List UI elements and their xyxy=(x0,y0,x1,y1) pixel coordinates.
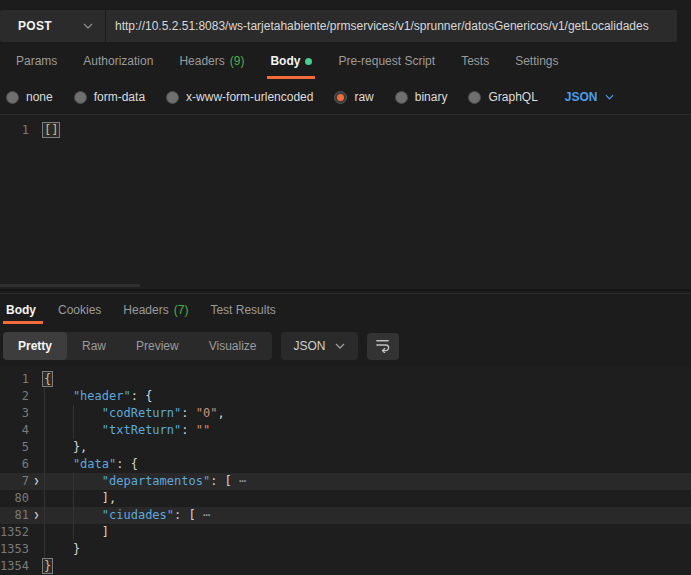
line-number: 80 xyxy=(0,490,29,507)
response-tab-body[interactable]: Body xyxy=(3,294,47,326)
chevron-down-icon xyxy=(83,23,93,29)
tab-label: Cookies xyxy=(58,303,101,317)
headers-count-badge: (7) xyxy=(174,303,189,317)
request-url-bar: POST http://10.5.2.51:8083/ws-tarjetahab… xyxy=(0,10,677,42)
tab-label: Test Results xyxy=(210,303,275,317)
code-line: 1352 ] xyxy=(0,524,691,541)
tab-label: Body xyxy=(270,54,300,68)
request-body-editor[interactable]: 1 [] xyxy=(0,114,691,291)
code-line: 2 "header": { xyxy=(0,388,691,405)
line-number: 1352 xyxy=(0,524,29,541)
code-line: 80 ], xyxy=(0,490,691,507)
line-number: 1 xyxy=(0,122,29,139)
line-number: 4 xyxy=(0,422,29,439)
request-language-dropdown[interactable]: JSON xyxy=(565,90,614,104)
radio-binary[interactable]: binary xyxy=(395,90,448,104)
line-number: 81 xyxy=(0,507,29,524)
method-selector[interactable]: POST xyxy=(0,10,106,42)
radio-selected-icon xyxy=(334,91,347,104)
code-line-folded: 81 ❯ "ciudades": [ ⋯ xyxy=(0,507,691,524)
code-line: 4 "txtReturn": "" xyxy=(0,422,691,439)
headers-count-badge: (9) xyxy=(230,54,245,68)
line-number: 6 xyxy=(0,456,29,473)
tab-label: Body xyxy=(6,303,36,317)
response-tabs: Body Cookies Headers (7) Test Results xyxy=(0,293,691,326)
radio-icon xyxy=(6,91,19,104)
request-tabs: Params Authorization Headers (9) Body Pr… xyxy=(0,42,691,80)
radio-icon xyxy=(395,91,408,104)
radio-none[interactable]: none xyxy=(6,90,53,104)
postman-window: POST http://10.5.2.51:8083/ws-tarjetahab… xyxy=(0,0,691,575)
radio-icon xyxy=(166,91,179,104)
code-line: 6 "data": { xyxy=(0,456,691,473)
bracket-pair: } xyxy=(42,558,53,574)
response-body-viewer[interactable]: 1 { 2 "header": { 3 "codReturn": "0", 4 … xyxy=(0,366,691,575)
code-line: 5 }, xyxy=(0,439,691,456)
view-raw[interactable]: Raw xyxy=(67,332,121,360)
line-number: 1354 xyxy=(0,558,29,575)
body-type-row: none form-data x-www-form-urlencoded raw… xyxy=(0,80,691,114)
tab-label: Headers xyxy=(123,303,168,317)
code-line: 3 "codReturn": "0", xyxy=(0,405,691,422)
tab-label: Authorization xyxy=(83,54,153,68)
radio-icon xyxy=(74,91,87,104)
chevron-down-icon xyxy=(335,343,345,349)
view-visualize[interactable]: Visualize xyxy=(194,332,272,360)
tab-tests[interactable]: Tests xyxy=(448,42,502,80)
tab-params[interactable]: Params xyxy=(3,42,70,80)
bracket-pair: { xyxy=(42,371,53,387)
bracket-pair: [] xyxy=(42,122,60,138)
tab-body[interactable]: Body xyxy=(257,42,325,80)
radio-form-data[interactable]: form-data xyxy=(74,90,145,104)
response-language-dropdown[interactable]: JSON xyxy=(281,332,358,360)
line-number: 3 xyxy=(0,405,29,422)
url-input[interactable]: http://10.5.2.51:8083/ws-tarjetahabiente… xyxy=(106,10,677,42)
tab-label: Settings xyxy=(515,54,558,68)
response-tab-test-results[interactable]: Test Results xyxy=(199,294,286,326)
code-line-folded: 7 ❯ "departamentos": [ ⋯ xyxy=(0,473,691,490)
response-tab-headers[interactable]: Headers (7) xyxy=(112,294,199,326)
code-line: 1353 } xyxy=(0,541,691,558)
radio-raw[interactable]: raw xyxy=(334,90,373,104)
view-pretty[interactable]: Pretty xyxy=(3,332,67,360)
tab-pre-request-script[interactable]: Pre-request Script xyxy=(325,42,448,80)
wrap-lines-button[interactable] xyxy=(367,333,399,360)
tab-label: Pre-request Script xyxy=(338,54,435,68)
code-line: 1 { xyxy=(0,371,691,388)
radio-icon xyxy=(468,91,481,104)
view-preview[interactable]: Preview xyxy=(121,332,194,360)
horizontal-scrollbar[interactable] xyxy=(0,284,140,287)
tab-authorization[interactable]: Authorization xyxy=(70,42,166,80)
response-toolbar: Pretty Raw Preview Visualize JSON xyxy=(0,326,691,366)
line-number: 7 xyxy=(0,473,29,490)
radio-graphql[interactable]: GraphQL xyxy=(468,90,537,104)
line-number: 1353 xyxy=(0,541,29,558)
fold-chevron-icon[interactable]: ❯ xyxy=(29,507,44,524)
radio-x-www-form-urlencoded[interactable]: x-www-form-urlencoded xyxy=(166,90,313,104)
line-number: 2 xyxy=(0,388,29,405)
response-view-switcher: Pretty Raw Preview Visualize xyxy=(3,332,272,360)
method-label: POST xyxy=(18,19,52,33)
tab-headers[interactable]: Headers (9) xyxy=(166,42,257,80)
line-number: 1 xyxy=(0,371,29,388)
unsaved-changes-dot xyxy=(305,58,312,65)
wrap-lines-icon xyxy=(374,336,391,356)
tab-label: Params xyxy=(16,54,57,68)
line-number: 5 xyxy=(0,439,29,456)
collapsed-content-ellipsis[interactable]: ⋯ xyxy=(232,474,246,488)
collapsed-content-ellipsis[interactable]: ⋯ xyxy=(196,508,210,522)
tab-label: Headers xyxy=(179,54,224,68)
tab-settings[interactable]: Settings xyxy=(502,42,571,80)
fold-chevron-icon[interactable]: ❯ xyxy=(29,473,44,490)
code-line: 1354 } xyxy=(0,558,691,575)
tab-label: Tests xyxy=(461,54,489,68)
response-tab-cookies[interactable]: Cookies xyxy=(47,294,112,326)
chevron-down-icon xyxy=(605,94,614,100)
code-line: 1 [] xyxy=(0,122,691,139)
